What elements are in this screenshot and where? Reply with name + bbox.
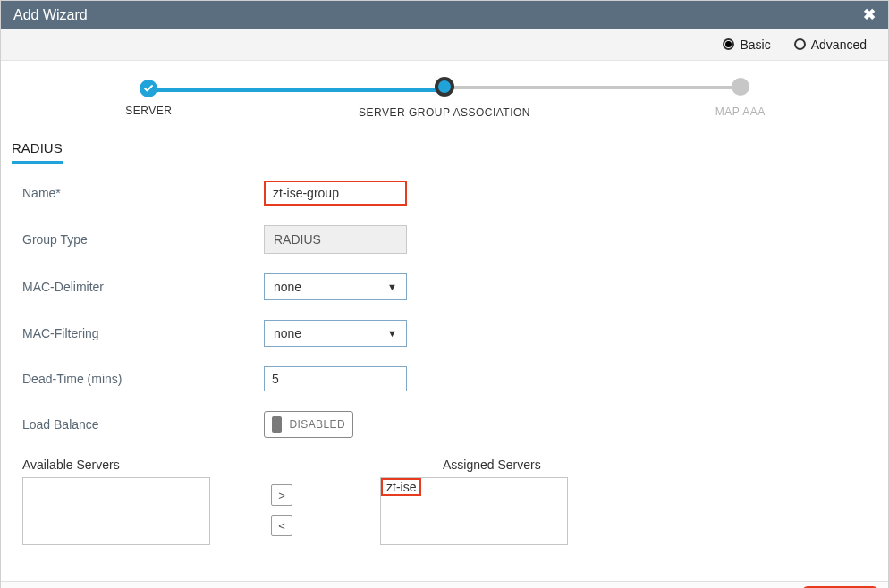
step-map-aaa: MAP AAA [592,78,888,118]
step-future-icon [732,78,749,96]
name-input[interactable] [264,181,407,206]
label-name: Name* [22,186,264,200]
radio-basic[interactable]: Basic [723,38,770,52]
step-current-icon [435,77,454,97]
available-servers-title: Available Servers [22,458,210,472]
row-mac-delimiter: MAC-Delimiter none ▼ [22,273,877,300]
assigned-servers-listbox[interactable]: zt-ise [380,477,568,545]
step-server-group-association: SERVER GROUP ASSOCIATION [297,77,593,119]
modal-footer: ← Previous Next ➔ [1,581,888,588]
radio-dot-icon [723,38,734,50]
modal-header: Add Wizard ✖ [1,1,888,29]
arrow-column: > < [210,458,353,545]
radio-basic-label: Basic [740,38,770,52]
toggle-knob-icon [272,416,282,433]
check-icon [140,80,157,97]
radio-advanced-label: Advanced [811,38,867,52]
load-balance-toggle[interactable]: DISABLED [264,411,353,438]
assigned-column: Assigned Servers zt-ise [380,458,568,545]
mac-filtering-select[interactable]: none ▼ [264,320,407,347]
modal-title: Add Wizard [13,7,88,23]
row-load-balance: Load Balance DISABLED [22,411,877,438]
wizard-steps: SERVER SERVER GROUP ASSOCIATION MAP AAA [1,61,888,122]
radio-advanced[interactable]: Advanced [794,38,867,52]
tab-row: RADIUS [1,135,888,164]
mode-bar: Basic Advanced [1,29,888,61]
row-name: Name* [22,181,877,206]
dead-time-input[interactable] [264,366,407,391]
row-dead-time: Dead-Time (mins) [22,366,877,391]
mac-delimiter-value: none [274,280,301,294]
move-right-button[interactable]: > [271,484,292,506]
row-mac-filtering: MAC-Filtering none ▼ [22,320,877,347]
available-servers-listbox[interactable] [22,477,210,545]
chevron-down-icon: ▼ [387,281,397,292]
move-left-button[interactable]: < [271,515,292,536]
row-group-type: Group Type RADIUS [22,225,877,254]
close-icon[interactable]: ✖ [863,5,876,24]
label-group-type: Group Type [22,232,264,247]
available-column: Available Servers [22,458,210,545]
group-type-value: RADIUS [264,225,407,254]
label-mac-delimiter: MAC-Delimiter [22,280,264,294]
tab-radius[interactable]: RADIUS [12,135,63,164]
step-server: SERVER [1,80,297,117]
label-load-balance: Load Balance [22,417,264,432]
dual-list: Available Servers > < Assigned Servers z… [22,458,877,545]
step-line [453,86,732,89]
assigned-servers-title: Assigned Servers [380,458,568,472]
form-area: Name* Group Type RADIUS MAC-Delimiter no… [1,164,888,554]
step-map-aaa-label: MAP AAA [592,105,888,118]
radio-dot-icon [794,38,806,50]
mac-filtering-value: none [274,326,301,340]
label-dead-time: Dead-Time (mins) [22,372,264,386]
load-balance-state: DISABLED [289,418,345,431]
list-item[interactable]: zt-ise [383,480,419,494]
step-server-label: SERVER [1,105,297,117]
label-mac-filtering: MAC-Filtering [22,326,264,340]
add-wizard-modal: Add Wizard ✖ Basic Advanced SERVER SERVE… [0,0,889,588]
chevron-down-icon: ▼ [387,328,397,339]
step-sga-label: SERVER GROUP ASSOCIATION [297,106,593,119]
step-line [157,88,436,92]
mac-delimiter-select[interactable]: none ▼ [264,273,407,300]
